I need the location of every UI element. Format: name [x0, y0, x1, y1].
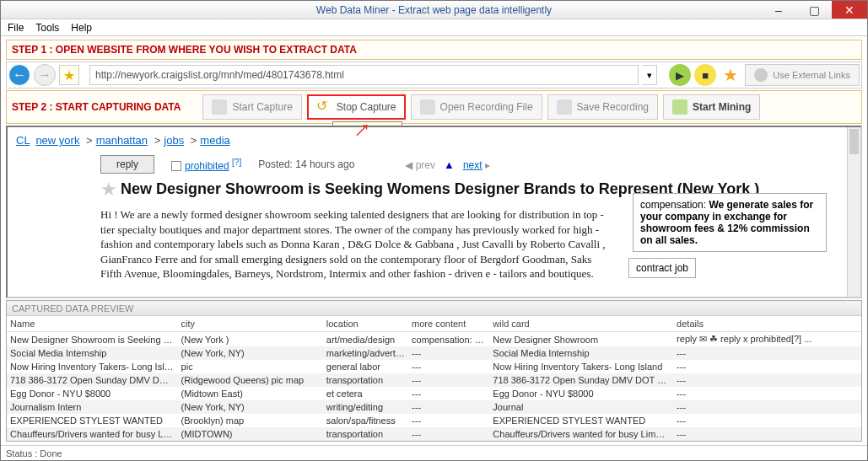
- crumb-newyork[interactable]: new york: [35, 134, 79, 147]
- status-bar: Status : Done: [1, 445, 867, 460]
- compensation-box: compensation: We generate sales for your…: [633, 193, 827, 252]
- window-controls: – ▢ ✕: [761, 1, 867, 19]
- favorites-icon[interactable]: ★: [59, 65, 79, 85]
- table-row[interactable]: Journalism Intern(New York, NY)writing/e…: [7, 400, 861, 414]
- table-row[interactable]: Egg Donor - NYU $8000(Midtown East)et ce…: [7, 387, 861, 400]
- menu-bar: File Tools Help: [1, 19, 867, 36]
- post-body: Hi ! We are a newly formed designer show…: [16, 199, 607, 297]
- address-bar: ← → ★ ▾ ▶ ■ ★ Use External Links: [6, 62, 862, 88]
- browser-pane: CL new york >manhattan >jobs >media repl…: [6, 126, 862, 298]
- contract-box: contract job: [628, 258, 696, 278]
- mining-icon: [672, 99, 687, 115]
- bookmark-star-icon[interactable]: ★: [720, 64, 741, 86]
- breadcrumb: CL new york >manhattan >jobs >media: [16, 134, 852, 152]
- back-button[interactable]: ←: [8, 64, 30, 86]
- step2-toolbar: STEP 2 : START CAPTURING DATA Start Capt…: [6, 90, 862, 124]
- prohibited-link[interactable]: prohibited: [185, 160, 229, 172]
- captured-data-panel: CAPTURED DATA PREVIEW Name city location…: [6, 300, 862, 442]
- prohibited-checkbox[interactable]: [171, 161, 181, 171]
- crumb-cl[interactable]: CL: [16, 134, 30, 147]
- prev-link[interactable]: prev: [416, 159, 435, 171]
- col-details[interactable]: details: [673, 316, 861, 332]
- url-input[interactable]: [89, 65, 639, 85]
- menu-file[interactable]: File: [8, 22, 24, 34]
- col-wild[interactable]: wild card: [489, 316, 673, 332]
- table-row[interactable]: New Designer Showroom is Seeking Womens …: [7, 332, 861, 347]
- scrollbar[interactable]: [847, 127, 860, 297]
- next-link[interactable]: next: [463, 159, 483, 171]
- external-links-button[interactable]: Use External Links: [745, 64, 860, 86]
- table-row[interactable]: 718 386-3172 Open Sunday DMV DOT CDL Phy…: [7, 373, 861, 387]
- captured-header: CAPTURED DATA PREVIEW: [7, 301, 861, 316]
- forward-button[interactable]: →: [34, 64, 56, 86]
- minimize-button[interactable]: –: [761, 1, 796, 19]
- go-button[interactable]: ▶: [669, 64, 691, 86]
- maximize-button[interactable]: ▢: [796, 1, 832, 19]
- save-icon: [557, 99, 572, 115]
- url-dropdown[interactable]: ▾: [642, 65, 657, 85]
- start-mining-button[interactable]: Start Mining: [663, 94, 760, 120]
- col-city[interactable]: city: [178, 316, 323, 332]
- link-icon: [754, 68, 768, 82]
- col-location[interactable]: location: [323, 316, 408, 332]
- step1-label: STEP 1 : OPEN WEBSITE FROM WHERE YOU WIS…: [6, 40, 862, 60]
- step2-label: STEP 2 : START CAPTURING DATA: [12, 101, 181, 113]
- close-button[interactable]: ✕: [832, 1, 867, 19]
- table-row[interactable]: Now Hiring Inventory Takers- Long Island…: [7, 360, 861, 373]
- crumb-jobs[interactable]: jobs: [164, 134, 184, 147]
- menu-help[interactable]: Help: [71, 22, 92, 34]
- crumb-media[interactable]: media: [200, 134, 229, 147]
- record-icon: [212, 99, 227, 115]
- up-icon[interactable]: ▲: [444, 158, 455, 171]
- table-row[interactable]: Chauffeurs/Drivers wanted for busy Limo …: [7, 427, 861, 441]
- favorite-star-icon[interactable]: ★: [100, 180, 117, 199]
- open-recording-button[interactable]: Open Recording File: [411, 94, 542, 120]
- table-row[interactable]: EXPERIENCED STYLEST WANTED(Brooklyn) map…: [7, 414, 861, 427]
- stop-capture-button[interactable]: ↺ Stop Capture: [307, 94, 406, 120]
- status-text: Status : Done: [6, 448, 62, 458]
- scroll-thumb[interactable]: [849, 129, 859, 154]
- start-capture-button[interactable]: Start Capture: [202, 94, 301, 120]
- title-bar: Web Data Miner - Extract web page data i…: [1, 1, 867, 19]
- halt-button[interactable]: ■: [694, 64, 716, 86]
- col-name[interactable]: Name: [7, 316, 178, 332]
- col-more[interactable]: more content: [408, 316, 489, 332]
- window-title: Web Data Miner - Extract web page data i…: [316, 4, 552, 16]
- crumb-manhattan[interactable]: manhattan: [96, 134, 148, 147]
- reply-button[interactable]: reply: [100, 155, 154, 174]
- captured-table: Name city location more content wild car…: [7, 316, 861, 441]
- open-file-icon: [420, 99, 435, 115]
- menu-tools[interactable]: Tools: [35, 22, 59, 34]
- save-recording-button[interactable]: Save Recording: [547, 94, 658, 120]
- table-row[interactable]: Social Media Internship(New York, NY)mar…: [7, 346, 861, 360]
